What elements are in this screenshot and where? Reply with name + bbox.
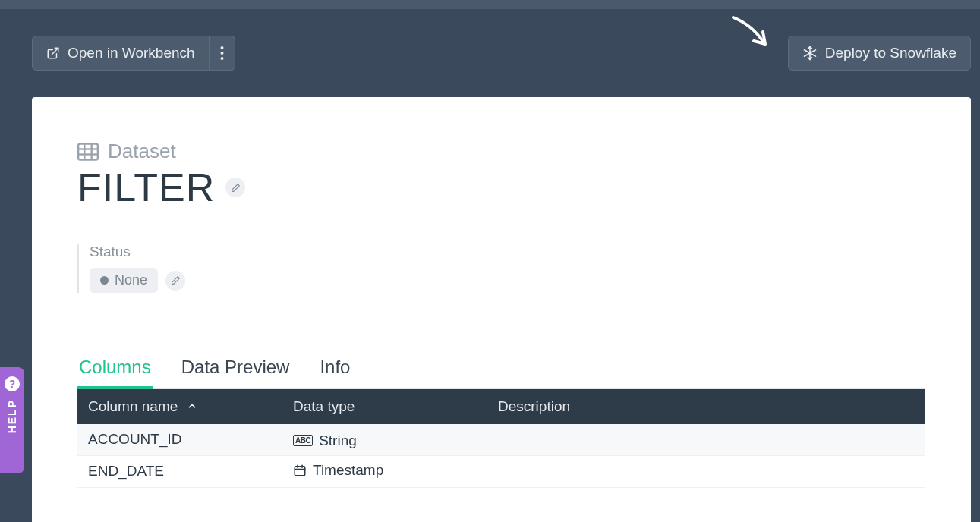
cell-data-type: ABC String — [282, 424, 487, 455]
pencil-icon — [171, 275, 181, 285]
open-in-workbench-label: Open in Workbench — [68, 45, 195, 61]
window-top-strip — [0, 0, 980, 9]
svg-line-0 — [52, 48, 58, 54]
entity-title-row: FILTER — [77, 165, 925, 210]
header-data-type-label: Data type — [293, 398, 355, 414]
edit-title-button[interactable] — [225, 178, 245, 197]
status-chip[interactable]: None — [90, 268, 158, 293]
sort-ascending-icon — [187, 401, 197, 411]
deploy-to-snowflake-button[interactable]: Deploy to Snowflake — [788, 36, 971, 71]
help-label: HELP — [6, 399, 18, 433]
external-link-icon — [46, 46, 60, 60]
tab-columns[interactable]: Columns — [77, 352, 153, 388]
svg-rect-11 — [78, 143, 98, 159]
snowflake-icon — [802, 46, 818, 61]
status-row: None — [90, 268, 925, 293]
tab-info[interactable]: Info — [318, 352, 351, 388]
edit-status-button[interactable] — [165, 271, 185, 291]
cell-column-name: END_DATE — [77, 455, 282, 487]
tab-columns-label: Columns — [79, 357, 151, 377]
table-row[interactable]: ACCOUNT_ID ABC String — [77, 424, 925, 455]
cell-data-type-label: Timestamp — [313, 462, 383, 479]
help-side-tab[interactable]: ? HELP — [0, 367, 24, 473]
tabs: Columns Data Preview Info — [77, 352, 925, 389]
header-description-label: Description — [498, 398, 570, 414]
header-data-type[interactable]: Data type — [282, 389, 487, 424]
tab-info-label: Info — [320, 357, 350, 377]
table-header-row: Column name Data type Description — [77, 389, 925, 424]
toolbar-left: Open in Workbench — [32, 36, 235, 71]
status-block: Status None — [77, 244, 925, 293]
table-row[interactable]: END_DATE Timestamp — [77, 455, 925, 487]
status-label: Status — [90, 244, 925, 260]
open-in-workbench-button[interactable]: Open in Workbench — [32, 36, 210, 71]
tab-data-preview-label: Data Preview — [181, 357, 290, 377]
header-column-name-label: Column name — [88, 398, 178, 414]
help-icon: ? — [5, 376, 20, 392]
pencil-icon — [231, 183, 241, 193]
status-dot-icon — [100, 276, 109, 285]
header-description[interactable]: Description — [487, 389, 925, 424]
columns-table: Column name Data type Description ACCOUN… — [77, 389, 925, 488]
string-type-icon: ABC — [293, 435, 313, 446]
more-vertical-icon — [220, 46, 224, 60]
cell-description — [487, 424, 925, 455]
tab-data-preview[interactable]: Data Preview — [180, 352, 291, 388]
svg-point-1 — [220, 46, 223, 49]
deploy-label: Deploy to Snowflake — [825, 45, 956, 61]
entity-type-row: Dataset — [77, 140, 925, 163]
more-actions-button[interactable] — [210, 36, 235, 71]
toolbar-right: Deploy to Snowflake — [788, 36, 971, 71]
entity-type-label: Dataset — [108, 140, 176, 163]
calendar-icon — [293, 464, 307, 477]
cell-data-type: Timestamp — [282, 455, 487, 487]
cell-description — [487, 455, 925, 487]
svg-rect-16 — [295, 466, 305, 475]
entity-title: FILTER — [77, 165, 215, 210]
cell-column-name: ACCOUNT_ID — [77, 424, 282, 455]
content-panel: Dataset FILTER Status None Columns Data … — [32, 97, 971, 522]
svg-point-2 — [220, 52, 223, 55]
cell-data-type-label: String — [319, 432, 357, 449]
table-icon — [77, 143, 99, 161]
header-column-name[interactable]: Column name — [77, 389, 282, 424]
toolbar: Open in Workbench Deploy to Snowflake — [0, 9, 980, 97]
svg-point-3 — [220, 57, 223, 60]
status-value: None — [115, 272, 147, 288]
